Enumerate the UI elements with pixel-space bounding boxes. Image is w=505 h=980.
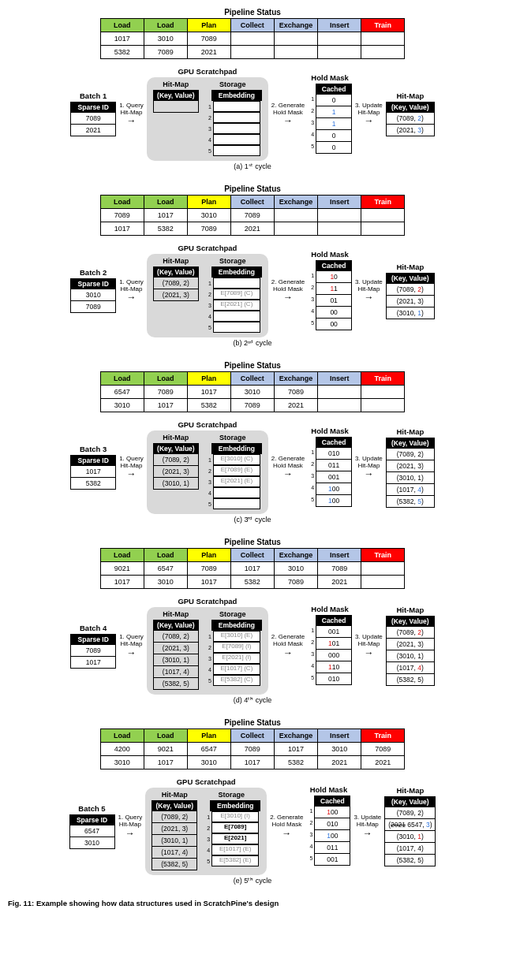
storage-sub: Storage [219,257,246,265]
hitmap-out: (Key, Value)(7089, 2)(2021, 3)(3010, 1) [386,273,435,319]
storage-header: Embedding [211,90,262,101]
flow-arrow: 3. UpdateHit-Map→ [355,279,383,303]
row-num: 4 [306,844,312,855]
hitmap-in-cell: (3010, 1) [153,478,198,490]
hitmap-out-title: Hit-Map [396,786,424,795]
pipeline-cell: 1017 [100,222,144,236]
pipeline-header: Train [361,549,405,562]
cycle-caption: (b) 2ⁿᵈ cycle [8,339,497,347]
pipeline-cell [361,386,405,399]
row-num: 1 [308,273,314,285]
pipeline-cell [318,32,361,46]
storage-cell: E[1017] (C) [213,664,260,675]
batch-table-cell: 3010 [71,289,116,301]
row-num: 3 [308,296,314,308]
pipeline-cell: 3010 [187,209,230,222]
scratchpad: Hit-Map(Key, Value)(7089, 2)(2021, 3)(30… [147,430,268,514]
storage-cell: E[1017] (E) [211,844,259,855]
holdmask-title: Hold Mask [311,605,349,613]
holdmask-cell: 01 [316,294,352,306]
row-num: 2 [308,461,314,473]
hitmap-in: (Key, Value)(7089, 2)(2021, 3)(3010, 1)(… [152,800,197,870]
pipeline-cell [361,46,405,59]
batch-table: Sparse ID30107089 [70,278,116,313]
hitmap-out-title: Hit-Map [396,91,424,100]
storage-cell [213,498,260,509]
holdmask-cell: 0 [316,141,352,153]
scratchpad-title: GPU Scratchpad [178,597,237,606]
pipeline-cell: 3010 [274,562,318,576]
storage-header: Embedding [211,266,262,278]
pipeline-cell: 7089 [187,32,230,46]
pipeline-table: LoadLoadPlanCollectExchangeInsertTrain10… [100,18,406,59]
scratchpad: Hit-Map(Key, Value)(7089, 2)(2021, 3)Sto… [147,254,268,337]
hitmap-out-cell: (5382, 5) [386,674,434,686]
row-num: 5 [205,148,211,154]
pipeline-header: Exchange [274,196,318,209]
batch-table-cell: 3010 [69,837,114,848]
row-num: 2 [306,820,312,832]
row-num: 4 [205,667,211,673]
pipeline-header: Load [144,196,187,209]
row-num: 5 [308,497,314,509]
hitmap-out-cell: (1017, 4) [386,483,434,495]
hitmap-in: (Key, Value)(7089, 2)(2021, 3) [153,266,199,301]
scratchpad-title: GPU Scratchpad [177,777,236,786]
storage-sub: Storage [219,80,246,88]
holdmask-table: Cached100010100011001 [314,796,350,866]
scratchpad-title: GPU Scratchpad [178,244,237,252]
pipeline-cell [274,209,318,222]
hitmap-out-title: Hit-Map [396,606,424,614]
batch-table-cell: 1017 [71,466,116,478]
pipeline-cell: 5382 [100,46,144,59]
hitmap-in-cell [153,101,198,113]
pipeline-header: Train [361,19,405,32]
scratchpad-title: GPU Scratchpad [178,67,237,76]
holdmask-cell: 100 [316,483,352,494]
pipeline-header: Insert [318,372,361,386]
holdmask-cell: 101 [316,638,352,650]
hitmap-in: (Key, Value)(7089, 2)(2021, 3)(3010, 1) [153,443,199,490]
hitmap-out: (Key, Value)(7089, 2)(2021, 3)(3010, 1)(… [386,616,435,686]
holdmask-cell: 001 [315,854,350,866]
pipeline-cell [274,32,318,46]
storage-cell [213,134,260,145]
holdmask-cell: 1 [316,106,352,117]
hitmap-in-cell: (2021, 3) [153,643,198,654]
pipeline-title: Pipeline Status [8,8,497,17]
hitmap-in-cell: (2021, 3) [152,823,197,835]
hitmap-out-cell: (5382, 5) [386,495,434,507]
pipeline-cell: 1017 [144,756,187,769]
scratchpad: Hit-Map(Key, Value)StorageEmbedding12345 [147,77,268,161]
holdmask-cell: 10 [316,270,352,282]
flow-arrow: 3. UpdateHit-Map→ [355,456,383,479]
row-num: 4 [308,663,314,675]
hitmap-out-cell: (3010, 1) [385,831,436,843]
pipeline-header: Insert [318,196,361,209]
row-num: 1 [205,104,211,110]
pipeline-cell: 3010 [144,32,187,46]
row-num: 5 [308,320,314,332]
flow-arrow: 2. GenerateHold Mask→ [271,279,305,303]
row-num: 4 [204,848,210,853]
batch-label: Batch 5 [78,804,105,813]
storage-cell [213,311,260,322]
hitmap-in-cell: (3010, 1) [152,835,197,847]
batch-table-cell: 7089 [71,301,116,313]
row-num: 3 [308,651,314,663]
pipeline-cell [361,576,405,589]
pipeline-cell: 7089 [187,222,230,236]
flow-arrow: 1. QueryHit-Map→ [119,102,144,126]
flow-arrow: 1. QueryHit-Map→ [118,814,143,838]
storage-cell [213,278,260,289]
batch-label: Batch 1 [80,91,107,100]
pipeline-cell: 7089 [144,386,187,399]
pipeline-cell [361,399,405,412]
storage-cell: E[7089] (I) [213,642,260,653]
pipeline-cell: 5382 [230,576,274,589]
hitmap-out-cell: (5382, 5) [385,855,436,866]
storage-cell [213,487,260,498]
batch-table: Sparse ID10175382 [70,455,116,490]
pipeline-cell: 2021 [274,399,318,412]
storage-header: Embedding [211,620,262,631]
